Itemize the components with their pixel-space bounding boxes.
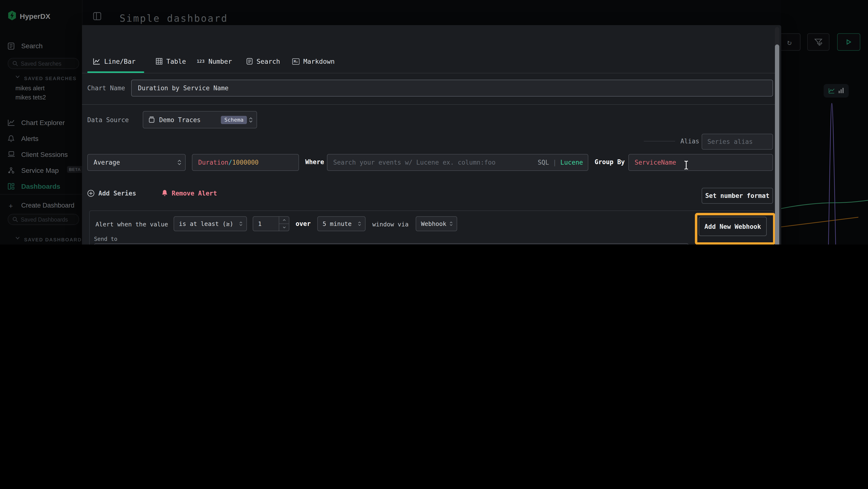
scrollbar-thumb[interactable]	[775, 45, 779, 244]
tab-label: Line/Bar	[104, 57, 135, 65]
tab-label: Search	[256, 57, 280, 65]
alert-operator-select[interactable]: is at least (≥)	[174, 216, 247, 231]
select-chevrons-icon	[178, 160, 181, 165]
chart-name-input[interactable]: Duration by Service Name	[131, 80, 773, 96]
tab-table[interactable]: Table	[156, 55, 186, 67]
tab-number[interactable]: 123 Number	[197, 55, 232, 67]
expression-input[interactable]: Duration/1000000	[192, 154, 299, 171]
select-chevrons-icon	[450, 222, 453, 226]
tab-label: Table	[166, 57, 186, 65]
plus-circle-icon	[87, 190, 94, 197]
bell-icon	[161, 190, 168, 197]
number-stepper[interactable]	[279, 217, 289, 231]
over-label: over	[296, 220, 311, 227]
expression-field: Duration	[198, 159, 228, 166]
sql-toggle[interactable]: SQL	[538, 159, 549, 166]
text-cursor-icon	[684, 160, 689, 170]
send-to-label: Send to	[94, 236, 117, 242]
expression-operator: /	[228, 159, 232, 166]
search-list-icon	[246, 58, 253, 65]
tab-search[interactable]: Search	[246, 55, 280, 67]
line-chart-icon	[93, 58, 100, 65]
add-series-button[interactable]: Add Series	[87, 190, 136, 197]
alert-window-select[interactable]: 5 minute	[317, 216, 366, 231]
tab-label: Markdown	[303, 57, 335, 65]
section-divider	[82, 104, 776, 105]
tabs-border	[82, 73, 776, 74]
chart-editor-modal: Line/Bar Table 123 Number Search M↓ Mark…	[82, 25, 781, 244]
add-new-webhook-button[interactable]: Add New Webhook	[699, 217, 767, 236]
tab-markdown[interactable]: M↓ Markdown	[292, 55, 335, 67]
where-search-input[interactable]: Search your events w/ Lucene ex. column:…	[327, 154, 588, 171]
alert-value-input[interactable]: 1	[253, 216, 289, 231]
data-source-value: Demo Traces	[159, 116, 200, 123]
group-by-input[interactable]: ServiceName	[628, 154, 773, 171]
alert-prefix-text: Alert when the value	[95, 221, 168, 228]
data-source-label: Data Source	[87, 116, 129, 123]
set-number-format-button[interactable]: Set number format	[702, 188, 773, 204]
alias-connector-line	[644, 141, 675, 141]
schema-badge: Schema	[221, 116, 247, 124]
select-chevrons-icon	[249, 117, 253, 122]
tab-label: Number	[209, 57, 232, 65]
window-via-label: window via	[372, 221, 409, 228]
where-label: Where	[305, 158, 324, 166]
select-chevrons-icon	[239, 222, 243, 226]
database-icon	[149, 116, 155, 123]
group-by-label: Group By	[595, 158, 625, 166]
modal-scrollbar[interactable]	[775, 27, 779, 244]
alias-label: Alias	[680, 138, 699, 145]
tab-line-bar[interactable]: Line/Bar	[93, 55, 135, 67]
markdown-icon: M↓	[292, 58, 300, 64]
webhook-select[interactable]: Select a Webhook	[94, 243, 689, 244]
alert-channel-select[interactable]: Webhook	[416, 216, 457, 231]
alias-input[interactable]: Series alias	[702, 134, 773, 150]
select-chevrons-icon	[358, 222, 361, 226]
table-icon	[156, 58, 162, 65]
remove-alert-button[interactable]: Remove Alert	[161, 190, 217, 197]
data-source-select[interactable]: Demo Traces Schema	[143, 111, 257, 128]
aggregation-select[interactable]: Average	[87, 154, 186, 171]
lucene-toggle[interactable]: Lucene	[560, 159, 583, 166]
expression-number: 1000000	[232, 159, 259, 166]
chart-name-label: Chart Name	[87, 84, 125, 92]
number-123-icon: 123	[197, 59, 205, 64]
